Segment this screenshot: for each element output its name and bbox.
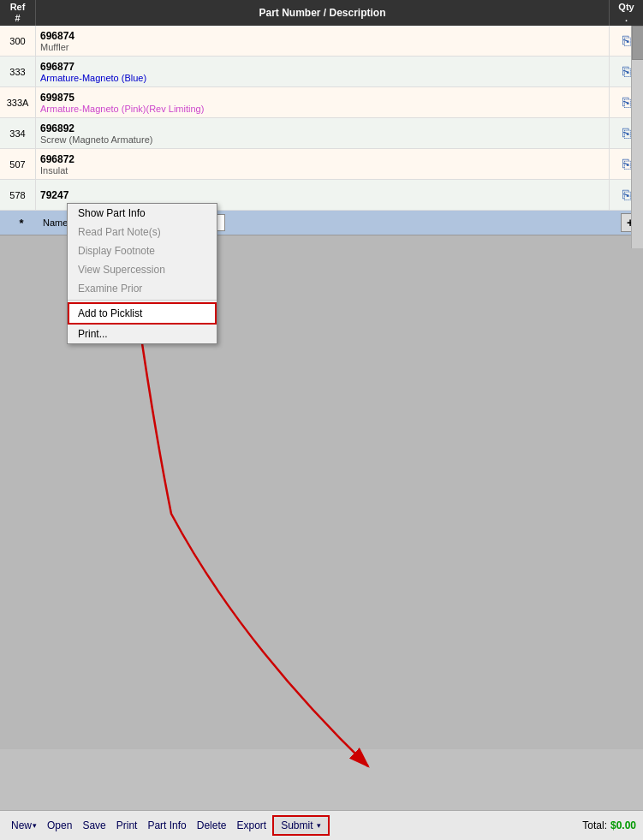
delete-button[interactable]: Delete (193, 818, 231, 833)
part-info-cell: 696892 Screw (Magneto Armature) (36, 118, 609, 148)
new-row-indicator: * (3, 217, 39, 229)
part-desc: Armature-Magneto (Pink)(Rev Limiting) (40, 104, 604, 114)
submit-button[interactable]: Submit ▾ (272, 815, 329, 836)
bottom-toolbar: New ▾ Open Save Print Part Info Delete E… (0, 810, 643, 840)
context-read-notes[interactable]: Read Part Note(s) (68, 223, 217, 241)
part-info-cell: 696874 Muffler (36, 26, 609, 56)
parts-list: 300 696874 Muffler ⎘ 333 696877 Armature… (0, 26, 643, 211)
context-show-part-info[interactable]: Show Part Info (68, 204, 217, 223)
table-row[interactable]: 334 696892 Screw (Magneto Armature) ⎘ (0, 118, 643, 149)
part-info-cell: 696872 Insulat (36, 149, 609, 179)
part-desc: Insulat (40, 165, 604, 176)
total-value: $0.00 (610, 819, 636, 831)
context-examine-prior[interactable]: Examine Prior (68, 279, 217, 298)
open-button[interactable]: Open (43, 818, 76, 833)
header-partnum: Part Number / Description (36, 5, 609, 21)
part-info-cell: 696877 Armature-Magneto (Blue) (36, 57, 609, 86)
part-number: 696874 (40, 30, 604, 42)
ref-cell: 333A (0, 87, 36, 117)
part-number: 696877 (40, 61, 604, 73)
table-header: Ref# Part Number / Description Qty. (0, 0, 643, 26)
table-row[interactable]: 333A 699875 Armature-Magneto (Pink)(Rev … (0, 87, 643, 118)
context-view-supercession[interactable]: View Supercession (68, 260, 217, 279)
part-number: 696872 (40, 153, 604, 165)
ref-cell: 300 (0, 26, 36, 56)
ref-cell: 578 (0, 180, 36, 210)
part-number: 79247 (40, 189, 604, 201)
table-row[interactable]: 300 696874 Muffler ⎘ (0, 26, 643, 57)
total-label: Total: (582, 819, 607, 831)
ref-cell: 333 (0, 57, 36, 86)
table-row[interactable]: 333 696877 Armature-Magneto (Blue) ⎘ (0, 57, 643, 87)
export-button[interactable]: Export (232, 818, 271, 833)
context-menu: Show Part Info Read Part Note(s) Display… (67, 203, 217, 344)
scrollbar-thumb[interactable] (632, 26, 643, 60)
menu-separator (68, 300, 217, 301)
main-area: Ref# Part Number / Description Qty. 300 … (0, 0, 643, 810)
context-display-footnote[interactable]: Display Footnote (68, 241, 217, 260)
save-button[interactable]: Save (78, 818, 110, 833)
new-button[interactable]: New ▾ (7, 818, 41, 833)
ref-cell: 507 (0, 149, 36, 179)
header-qty: Qty. (609, 0, 643, 26)
part-desc: Armature-Magneto (Blue) (40, 73, 604, 83)
context-add-to-picklist[interactable]: Add to Picklist (68, 302, 217, 325)
ref-cell: 334 (0, 118, 36, 148)
scrollbar-track[interactable] (631, 26, 643, 248)
table-row[interactable]: 507 696872 Insulat ⎘ (0, 149, 643, 180)
header-ref: Ref# (0, 0, 36, 26)
context-print[interactable]: Print... (68, 325, 217, 343)
part-info-button[interactable]: Part Info (143, 818, 190, 833)
part-desc: Screw (Magneto Armature) (40, 134, 604, 145)
part-desc: Muffler (40, 42, 604, 52)
part-number: 699875 (40, 92, 604, 104)
part-info-cell: 699875 Armature-Magneto (Pink)(Rev Limit… (36, 87, 609, 117)
part-number: 696892 (40, 122, 604, 134)
total-display: Total: $0.00 (582, 819, 636, 831)
print-button[interactable]: Print (112, 818, 142, 833)
